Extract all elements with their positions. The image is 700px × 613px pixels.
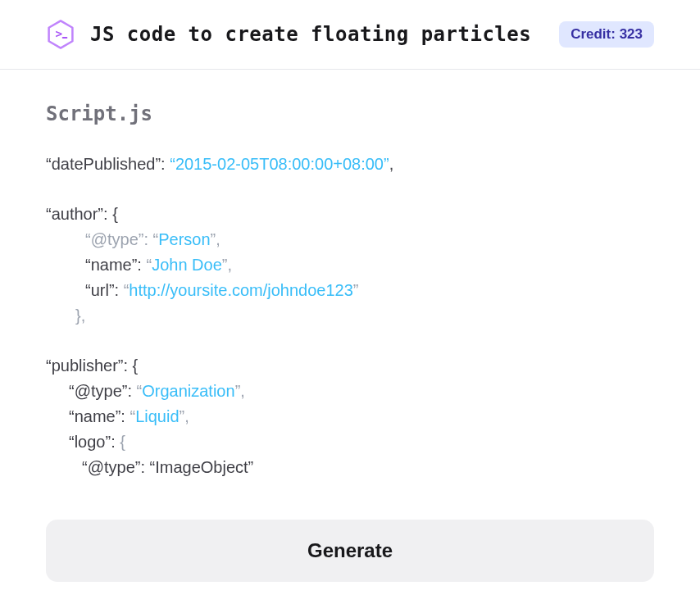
comma: , bbox=[184, 407, 189, 425]
code-line: “name”: “John Doe”, bbox=[46, 252, 654, 278]
key-text: “url”: bbox=[85, 281, 124, 299]
key-text: “author”: { bbox=[46, 205, 118, 223]
header: > JS code to create floating particles C… bbox=[0, 0, 700, 70]
blank-line bbox=[46, 177, 654, 202]
key-text: “@type”: “ImageObject” bbox=[82, 458, 253, 476]
app-logo-icon: > bbox=[46, 20, 75, 49]
page-title: JS code to create floating particles bbox=[90, 23, 544, 46]
value-text: http://yoursite.com/johndoe123 bbox=[129, 281, 353, 299]
key-text: “@type” bbox=[85, 230, 143, 248]
code-line: “@type”: “Person”, bbox=[46, 227, 654, 252]
value-text: Liquid bbox=[135, 407, 179, 425]
code-block: “datePublished”: “2015-02-05T08:00:00+08… bbox=[46, 152, 654, 480]
generate-button[interactable]: Generate bbox=[46, 520, 654, 582]
quote: “ bbox=[170, 155, 175, 173]
code-line: “logo”: { bbox=[46, 429, 654, 455]
value-text: Organization bbox=[142, 382, 234, 400]
code-line: “@type”: “ImageObject” bbox=[46, 455, 654, 480]
key-text: “publisher”: { bbox=[46, 356, 138, 375]
code-line: “author”: { bbox=[46, 202, 654, 227]
filename-label: Script.js bbox=[46, 102, 654, 125]
main-content: Script.js “datePublished”: “2015-02-05T0… bbox=[0, 70, 700, 598]
code-line: “url”: “http://yoursite.com/johndoe123” bbox=[46, 278, 654, 303]
svg-rect-2 bbox=[62, 37, 67, 39]
value-text: Person bbox=[158, 230, 210, 248]
quote: ” bbox=[353, 281, 359, 299]
colon: : bbox=[143, 230, 152, 248]
brace: }, bbox=[75, 306, 85, 325]
svg-text:>: > bbox=[56, 27, 63, 40]
key-text: “name”: bbox=[69, 407, 130, 425]
comma: , bbox=[227, 256, 232, 274]
key-text: “logo”: bbox=[69, 433, 120, 451]
code-line: “name”: “Liquid”, bbox=[46, 404, 654, 429]
blank-line bbox=[46, 329, 654, 353]
code-line: “publisher”: { bbox=[46, 353, 654, 379]
key-text: “name”: bbox=[85, 256, 146, 274]
quote: ” bbox=[384, 155, 389, 173]
code-line: “datePublished”: “2015-02-05T08:00:00+08… bbox=[46, 152, 654, 177]
value-text: 2015-02-05T08:00:00+08:00 bbox=[175, 155, 384, 173]
value-text: John Doe bbox=[152, 256, 222, 274]
brace: { bbox=[120, 433, 125, 451]
comma: , bbox=[240, 382, 245, 400]
comma: , bbox=[389, 155, 394, 173]
key-text: “@type”: bbox=[69, 382, 137, 400]
code-line: }, bbox=[46, 303, 654, 329]
key-text: “datePublished”: bbox=[46, 155, 170, 173]
comma: , bbox=[216, 230, 220, 248]
code-line: “@type”: “Organization”, bbox=[46, 379, 654, 404]
credit-badge: Credit: 323 bbox=[559, 21, 654, 48]
